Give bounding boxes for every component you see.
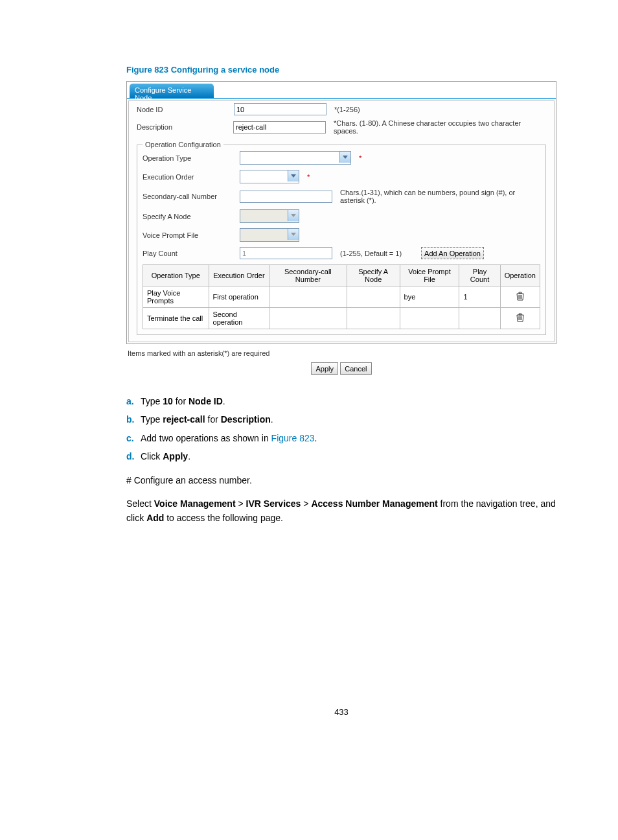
cell-vpf: bye <box>400 286 459 308</box>
step-b-enum: b. <box>126 412 134 426</box>
description-input[interactable] <box>233 121 326 134</box>
step-a-enum: a. <box>126 394 134 408</box>
screenshot-panel: Configure Service Node Node ID *(1-256) … <box>126 81 556 344</box>
voice-prompt-label: Voice Prompt File <box>143 231 240 239</box>
cell-play-count <box>459 308 500 329</box>
table-row: Terminate the call Second operation <box>143 308 540 329</box>
specify-node-label: Specify A Node <box>143 213 240 220</box>
cell-spec-node <box>347 286 400 308</box>
tab-configure-service-node[interactable]: Configure Service Node <box>130 84 214 98</box>
trash-icon[interactable] <box>516 294 524 302</box>
add-an-operation-button[interactable]: Add An Operation <box>421 247 484 259</box>
required-footer-note: Items marked with an asterisk(*) are req… <box>128 349 556 357</box>
node-id-input[interactable] <box>234 103 326 115</box>
chevron-down-icon <box>339 152 350 163</box>
play-count-hint: (1-255, Default = 1) <box>340 250 402 257</box>
node-id-hint: *(1-256) <box>334 106 360 113</box>
description-label: Description <box>137 123 233 131</box>
step-c-enum: c. <box>126 431 134 445</box>
col-execution-order: Execution Order <box>209 265 269 286</box>
table-row: Play Voice Prompts First operation bye 1 <box>143 286 540 308</box>
cell-sec-num <box>269 308 347 329</box>
required-star-icon: * <box>359 154 361 162</box>
step-d-enum: d. <box>126 449 134 463</box>
cancel-button[interactable]: Cancel <box>340 362 371 375</box>
play-count-label: Play Count <box>143 250 240 257</box>
node-id-label: Node ID <box>137 106 234 113</box>
execution-order-select[interactable] <box>240 170 299 183</box>
apply-button[interactable]: Apply <box>311 362 338 375</box>
operation-configuration-fieldset: Operation Configuration Operation Type *… <box>137 141 546 335</box>
description-hint: *Chars. (1-80). A Chinese character occu… <box>334 119 546 135</box>
figure-link[interactable]: Figure 823 <box>271 433 315 443</box>
chevron-down-icon <box>288 170 299 181</box>
operation-type-select[interactable] <box>240 151 351 165</box>
operation-type-label: Operation Type <box>143 154 240 162</box>
form-area: Node ID *(1-256) Description *Chars. (1-… <box>128 100 555 342</box>
step-c: c. Add two operations as shown in Figure… <box>141 431 556 445</box>
cell-exec-order: First operation <box>209 286 269 308</box>
voice-prompt-select <box>240 228 299 242</box>
col-play-count: Play Count <box>459 265 500 286</box>
specify-node-select <box>240 209 299 223</box>
cell-spec-node <box>347 308 400 329</box>
cell-vpf <box>400 308 459 329</box>
nav-instruction: Select Voice Management > IVR Services >… <box>126 496 556 526</box>
operation-configuration-legend: Operation Configuration <box>143 141 223 148</box>
instructions: a. Type 10 for Node ID. b. Type reject-c… <box>126 394 556 526</box>
hash-line: # Configure an access number. <box>126 473 556 487</box>
secondary-call-label: Secondary-call Number <box>143 192 240 200</box>
cell-op-type: Play Voice Prompts <box>143 286 209 308</box>
chevron-down-icon <box>288 229 299 240</box>
required-star-icon: * <box>307 173 310 181</box>
play-count-input[interactable] <box>240 247 332 259</box>
cell-op-type: Terminate the call <box>143 308 209 329</box>
chevron-down-icon <box>288 210 299 221</box>
cell-exec-order: Second operation <box>209 308 269 329</box>
step-d: d. Click Apply. <box>141 449 556 463</box>
secondary-call-input[interactable] <box>240 191 332 203</box>
cell-play-count: 1 <box>459 286 500 308</box>
step-b: b. Type reject-call for Description. <box>141 412 556 426</box>
step-a: a. Type 10 for Node ID. <box>141 394 556 408</box>
tab-bar: Configure Service Node <box>127 82 556 98</box>
execution-order-label: Execution Order <box>143 173 240 181</box>
col-operation-type: Operation Type <box>143 265 209 286</box>
col-operation: Operation <box>500 265 540 286</box>
col-voice-prompt: Voice Prompt File <box>400 265 459 286</box>
operations-table: Operation Type Execution Order Secondary… <box>143 264 540 329</box>
figure-caption: Figure 823 Configuring a service node <box>126 65 556 75</box>
cell-sec-num <box>269 286 347 308</box>
col-secondary-call: Secondary-call Number <box>269 265 347 286</box>
trash-icon[interactable] <box>516 316 524 323</box>
page-number: 433 <box>126 707 556 717</box>
secondary-call-hint: Chars.(1-31), which can be numbers, poun… <box>340 189 521 204</box>
col-specify-node: Specify A Node <box>347 265 400 286</box>
